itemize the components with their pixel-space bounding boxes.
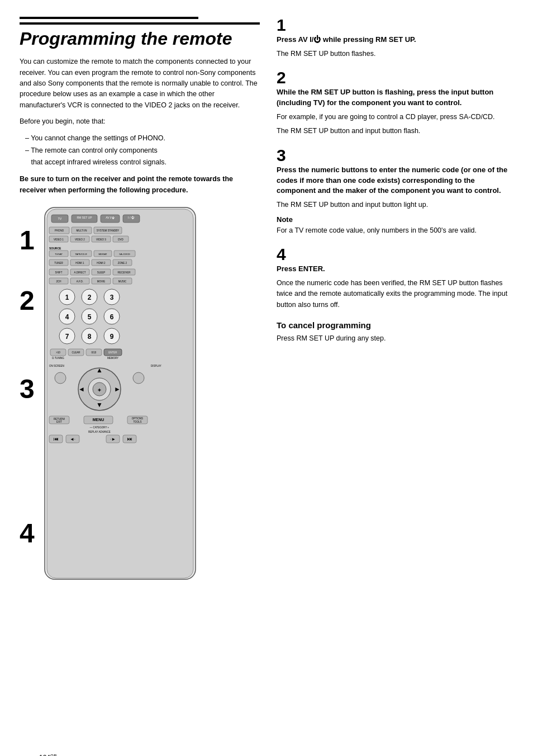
- svg-text:9: 9: [110, 333, 113, 341]
- svg-text:AV I/⏻: AV I/⏻: [106, 216, 114, 219]
- step-1-header: Press AV I/⏻ while pressing RM SET UP.: [277, 35, 513, 45]
- step-labels: 1 2 3 4: [20, 205, 35, 547]
- note-section: Note For a TV remote code value, only nu…: [277, 215, 513, 236]
- svg-text:SYSTEM STANDBY: SYSTEM STANDBY: [96, 229, 119, 232]
- step-2: 2 While the RM SET UP button is flashing…: [277, 69, 513, 136]
- svg-text:DISPLAY: DISPLAY: [151, 365, 161, 367]
- svg-text:8: 8: [87, 333, 91, 341]
- svg-text:A.F.D.: A.F.D.: [77, 280, 83, 283]
- svg-text:MD/DAT: MD/DAT: [98, 253, 107, 256]
- svg-text:HDMI 2: HDMI 2: [97, 262, 106, 264]
- intro-paragraph-2: Before you begin, note that:: [20, 116, 260, 127]
- remote-svg: TV RM SET UP AV I/⏻ I / ⏻ P: [39, 205, 201, 585]
- title-bar: [20, 17, 198, 19]
- svg-text:TV/SAT: TV/SAT: [55, 253, 63, 256]
- svg-point-96: [133, 372, 144, 384]
- step-2-body-2: The RM SET UP button and input button fl…: [277, 126, 513, 136]
- svg-text:⏮: ⏮: [53, 436, 58, 442]
- bullet-2: – The remote can control only components…: [25, 145, 260, 169]
- svg-text:CLEAR: CLEAR: [72, 351, 80, 354]
- svg-text:ZONE 2: ZONE 2: [118, 262, 127, 264]
- diagram-step-2: 2: [20, 287, 35, 314]
- svg-text:0/10: 0/10: [91, 351, 96, 354]
- step-3-body: The RM SET UP button and input button li…: [277, 200, 513, 210]
- svg-text:◄·: ◄·: [70, 437, 75, 442]
- diagram-step-3: 3: [20, 376, 35, 403]
- step-1: 1 Press AV I/⏻ while pressing RM SET UP.…: [277, 17, 513, 59]
- svg-text:VIDEO 1: VIDEO 1: [54, 238, 64, 241]
- svg-text:▲: ▲: [96, 366, 103, 374]
- svg-text:SOURCE: SOURCE: [49, 247, 61, 250]
- svg-text:A.DIRECT: A.DIRECT: [74, 271, 85, 274]
- note-body: For a TV remote code value, only numbers…: [277, 225, 513, 236]
- left-column: Programming the remote You can customize…: [20, 17, 260, 587]
- svg-text:·►: ·►: [110, 437, 116, 442]
- step-2-header: While the RM SET UP button is flashing, …: [277, 87, 513, 108]
- svg-text:TOOLS: TOOLS: [133, 420, 141, 423]
- svg-text:DVD: DVD: [118, 238, 123, 241]
- svg-text:REPLAY  ADVANCE: REPLAY ADVANCE: [88, 431, 111, 433]
- step-4: 4 Press ENTER. Once the numeric code has…: [277, 246, 513, 310]
- svg-text:HDMI 1: HDMI 1: [75, 262, 84, 264]
- svg-text:TAPE/CD-R: TAPE/CD-R: [75, 253, 87, 256]
- page-layout: Programming the remote You can customize…: [20, 17, 513, 587]
- step-3-header: Press the numeric buttons to enter the n…: [277, 165, 513, 197]
- svg-text:✚: ✚: [98, 388, 101, 392]
- svg-text:▼: ▼: [96, 401, 103, 409]
- step-3-number: 3: [277, 147, 513, 164]
- svg-text:SHIFT: SHIFT: [55, 271, 62, 274]
- diagram-step-4: 4: [20, 520, 35, 547]
- step-1-number: 1: [277, 17, 513, 34]
- svg-text:— CATEGORY +: — CATEGORY +: [90, 426, 110, 429]
- svg-text:►: ►: [114, 385, 121, 393]
- svg-point-95: [55, 372, 66, 384]
- svg-text:>10: >10: [56, 351, 60, 354]
- svg-text:MULTI IN: MULTI IN: [76, 229, 87, 232]
- step-2-number: 2: [277, 69, 513, 86]
- intro-paragraph-1: You can customize the remote to match th…: [20, 56, 260, 111]
- svg-text:2: 2: [87, 294, 91, 301]
- svg-text:PHONO: PHONO: [54, 229, 64, 232]
- svg-text:7: 7: [65, 333, 69, 341]
- svg-text:ON SCREEN: ON SCREEN: [49, 365, 64, 367]
- svg-text:MEMORY: MEMORY: [107, 357, 118, 360]
- svg-text:2CH: 2CH: [56, 280, 61, 283]
- remote-container: TV RM SET UP AV I/⏻ I / ⏻ P: [39, 205, 260, 587]
- svg-text:3: 3: [110, 294, 113, 301]
- svg-text:VIDEO 2: VIDEO 2: [75, 238, 85, 241]
- svg-text:1: 1: [65, 294, 69, 301]
- svg-text:RM SET UP: RM SET UP: [77, 216, 92, 219]
- note-title: Note: [277, 215, 513, 224]
- svg-text:EXIT: EXIT: [56, 420, 62, 423]
- svg-text:SLEEP: SLEEP: [97, 271, 105, 274]
- bullet-list: – You cannot change the settings of PHON…: [20, 133, 260, 168]
- svg-text:SA-CD/CD: SA-CD/CD: [119, 253, 130, 256]
- svg-text:⏭: ⏭: [127, 436, 132, 442]
- svg-text:MUSIC: MUSIC: [118, 280, 126, 283]
- step-3: 3 Press the numeric buttons to enter the…: [277, 147, 513, 236]
- cancel-title: To cancel programming: [277, 320, 513, 330]
- svg-text:VIDEO 3: VIDEO 3: [96, 238, 106, 241]
- page-title: Programming the remote: [20, 22, 260, 49]
- svg-text:ENTER: ENTER: [108, 351, 117, 354]
- page-number: 104GB: [39, 753, 57, 756]
- svg-text:MOVIE: MOVIE: [97, 280, 105, 283]
- svg-text:MENU: MENU: [92, 418, 104, 422]
- cancel-body: Press RM SET UP during any step.: [277, 333, 513, 344]
- cancel-section: To cancel programming Press RM SET UP du…: [277, 320, 513, 344]
- svg-text:I / ⏻: I / ⏻: [128, 216, 135, 219]
- svg-text:OPTIONS: OPTIONS: [132, 417, 143, 420]
- svg-text:D.TUNING: D.TUNING: [52, 357, 64, 360]
- step-4-header: Press ENTER.: [277, 264, 513, 275]
- step-4-number: 4: [277, 246, 513, 263]
- step-2-body-1: For example, if you are going to control…: [277, 112, 513, 122]
- step-1-body: The RM SET UP button flashes.: [277, 49, 513, 59]
- svg-text:5: 5: [87, 313, 91, 321]
- bullet-1: – You cannot change the settings of PHON…: [25, 133, 260, 144]
- svg-text:RECEIVER: RECEIVER: [117, 271, 131, 274]
- right-column: 1 Press AV I/⏻ while pressing RM SET UP.…: [277, 17, 513, 587]
- svg-text:6: 6: [110, 313, 113, 321]
- step-4-body: Once the numeric code has been verified,…: [277, 278, 513, 310]
- svg-text:◄: ◄: [78, 385, 85, 393]
- svg-text:4: 4: [65, 313, 69, 321]
